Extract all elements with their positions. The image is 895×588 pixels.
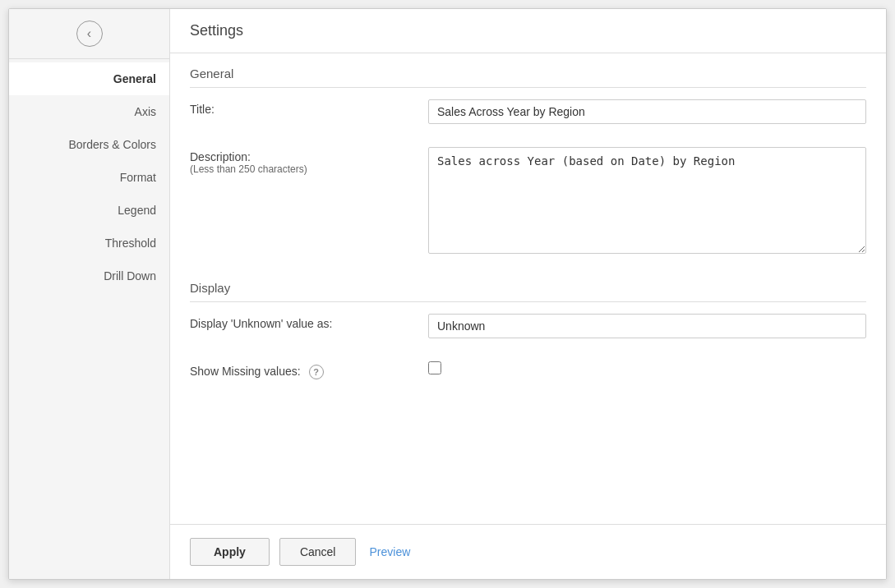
main-content: Settings General Title: Description:: [170, 9, 886, 579]
title-input[interactable]: [428, 99, 866, 124]
show-missing-label: Show Missing values: ?: [190, 361, 428, 379]
sidebar-item-general[interactable]: General: [9, 62, 169, 95]
cancel-button[interactable]: Cancel: [279, 538, 357, 566]
back-circle-icon[interactable]: ‹: [76, 21, 103, 47]
sidebar-item-threshold[interactable]: Threshold: [9, 227, 169, 260]
unknown-value-label: Display 'Unknown' value as:: [190, 314, 428, 330]
description-row: Description: (Less than 250 characters): [190, 136, 866, 268]
footer: Apply Cancel Preview: [170, 524, 886, 579]
main-header: Settings: [170, 9, 886, 53]
show-missing-row: Show Missing values: ?: [190, 350, 866, 391]
display-section-title: Display: [190, 274, 866, 301]
display-section: Display Display 'Unknown' value as: Show…: [190, 274, 866, 391]
unknown-value-input-wrapper: [428, 314, 866, 338]
title-row: Title:: [190, 88, 866, 136]
sidebar-item-legend[interactable]: Legend: [9, 194, 169, 227]
general-section: General Title: Description: (Less than 2…: [190, 53, 866, 268]
preview-button[interactable]: Preview: [366, 539, 413, 565]
sidebar-item-borders-colors[interactable]: Borders & Colors: [9, 128, 169, 161]
unknown-value-input[interactable]: [428, 314, 866, 338]
description-textarea[interactable]: [428, 147, 866, 254]
title-input-wrapper: [428, 99, 866, 124]
back-button[interactable]: ‹: [9, 9, 169, 59]
show-missing-checkbox[interactable]: [428, 361, 441, 374]
settings-window: ‹ General Axis Borders & Colors Format L…: [8, 8, 887, 580]
description-input-wrapper: [428, 147, 866, 256]
sidebar-item-format[interactable]: Format: [9, 161, 169, 194]
settings-body: General Title: Description: (Less than 2…: [170, 53, 886, 524]
sidebar: ‹ General Axis Borders & Colors Format L…: [9, 9, 170, 579]
unknown-value-row: Display 'Unknown' value as:: [190, 302, 866, 350]
apply-button[interactable]: Apply: [190, 538, 270, 566]
sidebar-item-drill-down[interactable]: Drill Down: [9, 260, 169, 292]
chevron-left-icon: ‹: [87, 26, 91, 41]
general-section-title: General: [190, 53, 866, 87]
show-missing-checkbox-wrapper: [428, 361, 866, 374]
page-title: Settings: [190, 22, 243, 39]
title-label: Title:: [190, 99, 428, 116]
sidebar-item-axis[interactable]: Axis: [9, 95, 169, 128]
help-icon[interactable]: ?: [309, 365, 324, 379]
description-label: Description: (Less than 250 characters): [190, 147, 428, 175]
sidebar-nav: General Axis Borders & Colors Format Leg…: [9, 59, 169, 292]
